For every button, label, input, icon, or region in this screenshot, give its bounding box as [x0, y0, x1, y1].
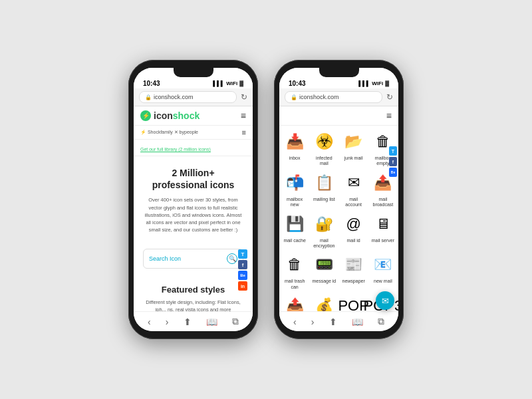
icon-label: mail account	[341, 197, 366, 208]
share-btn-left[interactable]: ⬆	[184, 317, 192, 327]
icon-item[interactable]: 📂junk mail	[341, 130, 366, 167]
lock-icon: 🔒	[145, 94, 152, 100]
page-content-right: ≡ T f Be 📥inbox☣️infected mail📂junk mail…	[279, 106, 398, 311]
status-icons-left: ▌▌▌ WiFi ▓	[213, 80, 243, 86]
featured-desc: Different style design, including: Flat …	[143, 299, 243, 311]
icon-item[interactable]: 📋mailing list	[311, 171, 336, 208]
wifi-icon-right: WiFi	[372, 80, 383, 86]
reddit-btn[interactable]: in	[238, 281, 247, 291]
icon-label: newspaper	[342, 279, 365, 284]
signal-icon-right: ▌▌▌	[358, 80, 370, 86]
status-bar-right: 10:43 ▌▌▌ WiFi ▓	[279, 68, 398, 88]
share-btn-right[interactable]: ⬆	[329, 317, 337, 327]
icon-item[interactable]: ☣️infected mail	[311, 130, 336, 167]
icon-image: POP	[342, 294, 366, 311]
icon-item[interactable]: 🗑mail trash can	[282, 253, 307, 290]
back-btn-right[interactable]: ‹	[293, 317, 297, 327]
behance-btn-right[interactable]: Be	[389, 168, 397, 177]
url-text-left: iconshock.com	[154, 94, 194, 100]
url-text-right: iconshock.com	[299, 94, 339, 100]
status-icons-right: ▌▌▌ WiFi ▓	[358, 80, 389, 86]
url-bar-left[interactable]: 🔒 iconshock.com	[139, 91, 237, 103]
icon-image: 📧	[371, 253, 395, 277]
icon-item[interactable]: 📧new mail	[370, 253, 396, 290]
facebook-btn-right[interactable]: f	[389, 157, 397, 166]
icon-image: 🖥	[371, 212, 395, 236]
icon-item[interactable]: POPpop	[341, 294, 366, 311]
signal-icon: ▌▌▌	[213, 80, 224, 86]
icon-item[interactable]: 🖥mail server	[370, 212, 396, 249]
icon-label: message id	[312, 279, 336, 284]
search-box[interactable]: Search Icon 🔍	[143, 249, 243, 269]
browser-bar-left: 🔒 iconshock.com ↻	[134, 88, 253, 106]
icon-label: infected mail	[311, 156, 336, 167]
bookmarks-btn-right[interactable]: 📖	[352, 317, 363, 327]
twitter-btn[interactable]: T	[238, 249, 247, 259]
icon-image: 📋	[312, 171, 336, 195]
icon-item[interactable]: 💰paypal	[311, 294, 336, 311]
icon-item[interactable]: 📟message id	[311, 253, 336, 290]
icon-item[interactable]: 📤outbox	[282, 294, 307, 311]
bottom-bar-left: ‹ › ⬆ 📖 ⧉	[134, 311, 253, 331]
hero-desc: Over 400+ icon sets over 30 styles, from…	[143, 196, 243, 233]
icon-image: 💰	[312, 294, 336, 311]
time-left: 10:43	[143, 80, 160, 87]
fab-email[interactable]: ✉	[376, 291, 394, 310]
hero-section: 2 Million+professional icons Over 400+ i…	[134, 156, 253, 249]
phones-container: 10:43 ▌▌▌ WiFi ▓ 🔒 iconshock.com ↻	[128, 60, 404, 339]
icon-item[interactable]: ✉mail account	[341, 171, 366, 208]
family-text: Shockfamily	[148, 130, 173, 134]
icon-image: ✉	[342, 171, 366, 195]
icon-item[interactable]: @mail id	[341, 212, 366, 249]
forward-btn-left[interactable]: ›	[166, 317, 169, 327]
search-icon[interactable]: 🔍	[227, 253, 237, 264]
battery-icon-right: ▓	[385, 80, 389, 86]
site-nav-right: ≡	[279, 106, 398, 126]
icon-label: mailbox new	[282, 197, 307, 208]
icon-item[interactable]: 📥inbox	[282, 130, 307, 167]
social-sidebar-left: T f Be in	[238, 249, 247, 291]
icon-label: new mail	[374, 279, 392, 284]
back-btn-left[interactable]: ‹	[148, 317, 151, 327]
behance-btn[interactable]: Be	[238, 271, 247, 280]
icon-image: 💾	[283, 212, 307, 236]
icon-item[interactable]: 📬mailbox new	[282, 171, 307, 208]
icon-image: 📰	[342, 253, 366, 277]
refresh-btn-right[interactable]: ↻	[386, 92, 393, 102]
icon-image: 📂	[342, 130, 366, 154]
tabs-btn-right[interactable]: ⧉	[378, 316, 384, 327]
icon-label: inbox	[289, 156, 301, 161]
tabs-btn-left[interactable]: ⧉	[232, 316, 239, 327]
facebook-btn[interactable]: f	[238, 260, 247, 269]
icon-item[interactable]: 💾mail cache	[282, 212, 307, 249]
icon-item[interactable]: 🔐mail encryption	[311, 212, 336, 249]
icon-label: junk mail	[344, 156, 363, 161]
icon-item[interactable]: 📰newspaper	[341, 253, 366, 290]
wifi-icon: WiFi	[226, 80, 237, 86]
icon-label: mail trash can	[282, 279, 307, 290]
promo-text[interactable]: Get our full library (2 million icons)	[140, 147, 211, 152]
hamburger-right[interactable]: ≡	[386, 110, 392, 121]
shock-family: ⚡	[140, 130, 148, 134]
time-right: 10:43	[289, 80, 306, 87]
icon-image: 📥	[283, 130, 307, 154]
page-content-left: ⚡ iconshock ≡ ⚡ Shockfamily ✕ bypeop	[134, 106, 253, 311]
url-bar-right[interactable]: 🔒 iconshock.com	[285, 91, 382, 103]
twitter-btn-right[interactable]: T	[389, 146, 397, 156]
logo-bolt: ⚡	[140, 110, 151, 121]
hamburger-left[interactable]: ≡	[241, 110, 246, 121]
forward-btn-right[interactable]: ›	[311, 317, 315, 327]
sub-nav-left: ⚡ Shockfamily ✕ bypeople ≡	[134, 126, 253, 140]
bookmarks-btn-left[interactable]: 📖	[206, 317, 217, 327]
plus-text: ✕	[174, 130, 180, 134]
icon-image: 📤	[283, 294, 307, 311]
icon-image: 📬	[283, 171, 307, 195]
icon-label: mail server	[372, 238, 394, 243]
icon-label: mailing list	[313, 197, 335, 202]
hamburger-sub[interactable]: ≡	[242, 128, 246, 136]
refresh-btn-left[interactable]: ↻	[241, 92, 247, 102]
sub-nav-content: ⚡ Shockfamily ✕ bypeople	[140, 130, 198, 135]
social-sidebar-right: T f Be	[389, 146, 397, 177]
left-screen: 10:43 ▌▌▌ WiFi ▓ 🔒 iconshock.com ↻	[134, 68, 253, 331]
site-nav-left: ⚡ iconshock ≡	[134, 106, 253, 126]
